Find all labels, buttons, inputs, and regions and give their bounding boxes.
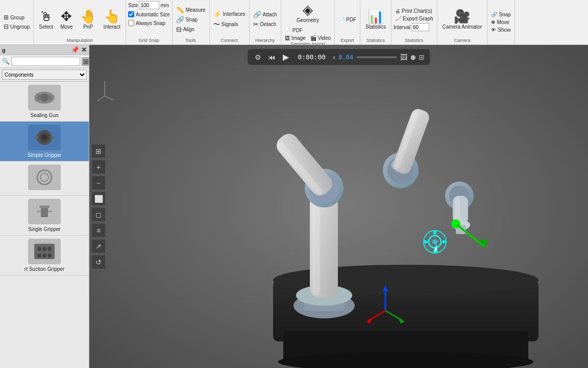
pdf-button[interactable]: 📄 PDF — [283, 27, 304, 34]
pnp-icon: 🤚 — [80, 10, 96, 23]
group-button[interactable]: ⊞ Group — [2, 13, 31, 21]
interfaces-button[interactable]: ⚡ Interfaces — [212, 10, 247, 18]
list-item[interactable]: rt Suction Gripper — [0, 236, 89, 275]
more-icon[interactable]: ⊞ — [419, 53, 425, 61]
grid-snap-label: Grid Snap — [128, 38, 170, 43]
close-icon[interactable]: ✕ — [81, 46, 87, 54]
size-input[interactable] — [139, 1, 159, 9]
category-dropdown[interactable]: Components — [2, 70, 87, 80]
always-snap-checkbox[interactable]: Always Snap — [128, 19, 170, 27]
export-graph-button[interactable]: 📈 Export Graph — [394, 15, 434, 22]
svg-line-23 — [105, 96, 114, 100]
panel-header: g 📌 ✕ — [0, 45, 89, 55]
component-thumbnail — [28, 125, 61, 150]
search-input[interactable] — [11, 57, 80, 66]
camera-snapshot-icon[interactable]: 🖼 — [400, 53, 407, 61]
component-name: rt Suction Gripper — [24, 266, 64, 272]
component-name: Sealing Gun — [30, 112, 58, 118]
move-button[interactable]: ✥ Move — [57, 1, 76, 38]
toolbar: ⊞ Group ⊟ Ungroup 🖱 Select ✥ Move � — [0, 0, 588, 45]
image-button[interactable]: 🖼 Image — [283, 35, 307, 41]
panel-header-icons: 📌 ✕ — [71, 46, 87, 54]
export-label: Export — [337, 38, 358, 43]
automatic-size-checkbox[interactable]: Automatic Size — [128, 11, 170, 18]
list-item[interactable]: Sealing Gun — [0, 82, 89, 122]
statistics-icon: 📊 — [368, 10, 384, 23]
x-label: x — [333, 54, 336, 60]
svg-rect-6 — [34, 136, 38, 139]
pin-icon[interactable]: 📌 — [71, 46, 79, 54]
video-icon: 🎬 — [310, 35, 316, 41]
snap-icon: 🔗 — [176, 16, 184, 24]
zoom-in-button[interactable]: + — [91, 160, 106, 174]
dropdown-row: Components — [0, 68, 89, 82]
move-icon: ✥ — [61, 10, 72, 23]
settings-button[interactable]: ⚙ — [253, 52, 263, 62]
perspective-button[interactable]: ◻ — [91, 208, 106, 222]
viewport-tools: ⊞ + − ⬜ ◻ ≡ ↗ ↺ — [91, 144, 106, 269]
interact-button[interactable]: 👆 Interact — [101, 1, 124, 38]
detach-button[interactable]: ✂ Detach — [252, 20, 279, 29]
layers-button[interactable]: ≡ — [91, 223, 106, 238]
geometry-button[interactable]: ◈ Geometry — [283, 1, 332, 25]
svg-rect-10 — [39, 205, 50, 208]
pdf-icon: 📄 — [285, 28, 291, 33]
select-button[interactable]: 🖱 Select — [36, 1, 56, 38]
snap-button[interactable]: 🔗 Snap — [175, 15, 207, 24]
rotate-button[interactable]: ↺ — [91, 255, 106, 269]
record-icon[interactable]: ⏺ — [409, 53, 416, 61]
search-icon: 🔍 — [2, 58, 10, 65]
camera-animator-button[interactable]: 🎥 Camera Animator — [439, 8, 485, 32]
group-section: ⊞ Group ⊟ Ungroup — [0, 0, 34, 44]
video-button[interactable]: 🎬 Video — [309, 35, 332, 41]
statistics-button[interactable]: 📊 Statistics — [362, 8, 389, 32]
panel-search: 🔍 ⊞ ≡ — [0, 55, 89, 68]
panel-title: g — [2, 47, 6, 53]
svg-point-15 — [37, 247, 41, 251]
svg-rect-12 — [37, 211, 41, 212]
align-button[interactable]: ⊟ Align — [175, 25, 207, 34]
svg-rect-13 — [48, 211, 52, 212]
component-thumbnail — [28, 165, 61, 190]
zoom-out-button[interactable]: − — [91, 176, 106, 190]
interval-input[interactable] — [411, 23, 429, 31]
fit-view-button[interactable]: ⊞ — [91, 144, 106, 158]
speed-display: 0.04 — [338, 54, 353, 61]
list-item[interactable]: Simple Gripper — [0, 122, 89, 162]
svg-line-22 — [97, 96, 105, 101]
hierarchy-section: 🔗 Attach ✂ Detach Hierarchy — [250, 0, 281, 44]
play-button[interactable]: ▶ — [281, 51, 291, 63]
list-item[interactable] — [0, 162, 89, 196]
viewport-icons: 🖼 ⏺ ⊞ — [400, 53, 425, 61]
group-label — [2, 43, 31, 43]
pdf-export-button[interactable]: 📄 PDF — [337, 16, 358, 23]
svg-point-18 — [37, 254, 41, 258]
attach-button[interactable]: 🔗 Attach — [252, 10, 279, 19]
select-icon: 🖱 — [39, 10, 53, 23]
rewind-button[interactable]: ⏮ — [266, 52, 278, 62]
geometry-icon: ◈ — [303, 3, 313, 16]
wireframe-button[interactable]: ⬜ — [91, 192, 106, 206]
svg-point-5 — [42, 135, 47, 140]
viewport-topbar: ⚙ ⏮ ▶ 0:00:00 x 0.04 🖼 ⏺ ⊞ — [248, 49, 430, 65]
signals-button[interactable]: 〜 Signals — [212, 19, 247, 30]
interfaces-icon: ⚡ — [213, 10, 222, 18]
tools-label: Tools — [175, 38, 207, 43]
pnp-button[interactable]: 🤚 PnP — [77, 1, 100, 38]
show-btn[interactable]: 👁 Show — [489, 27, 512, 33]
time-display: 0:00:00 — [294, 53, 330, 61]
ungroup-button[interactable]: ⊟ Ungroup — [2, 22, 31, 31]
measure-button[interactable]: 📏 Measure — [175, 6, 207, 14]
hierarchy-label: Hierarchy — [252, 38, 279, 43]
chart-button[interactable]: ↗ — [91, 239, 106, 254]
attach-icon: 🔗 — [253, 11, 261, 18]
svg-point-16 — [42, 247, 46, 251]
snap-btn2[interactable]: 🔗 Snap — [489, 11, 512, 18]
viewport[interactable]: ⚙ ⏮ ▶ 0:00:00 x 0.04 🖼 ⏺ ⊞ ⊞ + − ⬜ ◻ ≡ ↗… — [89, 45, 588, 368]
timeline-slider[interactable] — [356, 56, 397, 58]
align-icon: ⊟ — [176, 26, 182, 33]
svg-point-20 — [47, 254, 52, 258]
list-item[interactable]: Single Gripper — [0, 196, 89, 236]
move-btn2[interactable]: ✥ Move — [489, 19, 512, 26]
print-charts-button[interactable]: 🖨 Print Chart(s) — [394, 8, 434, 14]
